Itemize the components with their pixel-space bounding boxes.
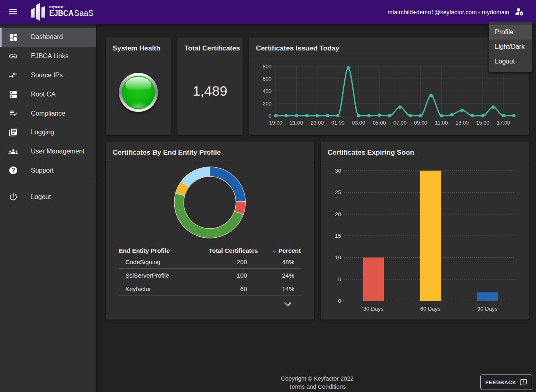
svg-text:09:00: 09:00 (414, 120, 427, 126)
svg-text:21:00: 21:00 (290, 120, 303, 126)
svg-text:11:00: 11:00 (435, 120, 448, 126)
svg-text:17:00: 17:00 (497, 120, 510, 126)
svg-text:0: 0 (338, 298, 341, 304)
svg-text:20: 20 (335, 211, 341, 217)
svg-text:15: 15 (335, 233, 341, 239)
svg-text:03:00: 03:00 (352, 120, 365, 126)
svg-text:30 Days: 30 Days (363, 306, 383, 312)
svg-text:19:00: 19:00 (269, 120, 282, 126)
svg-text:800: 800 (263, 64, 271, 70)
svg-text:90 Days: 90 Days (477, 306, 498, 312)
svg-text:30: 30 (335, 168, 341, 174)
svg-text:13:00: 13:00 (455, 120, 469, 126)
svg-text:0: 0 (269, 113, 271, 119)
svg-text:15:00: 15:00 (476, 120, 490, 126)
svg-text:07:00: 07:00 (394, 120, 407, 126)
svg-text:200: 200 (263, 101, 271, 107)
svg-text:10: 10 (335, 254, 341, 261)
svg-text:23:00: 23:00 (311, 120, 324, 126)
svg-text:5: 5 (338, 276, 341, 283)
svg-text:05:00: 05:00 (373, 120, 386, 126)
svg-text:01:00: 01:00 (331, 120, 345, 126)
svg-text:25: 25 (335, 189, 341, 195)
svg-text:60 Days: 60 Days (420, 306, 441, 312)
svg-text:600: 600 (263, 76, 271, 82)
svg-text:400: 400 (263, 88, 271, 94)
